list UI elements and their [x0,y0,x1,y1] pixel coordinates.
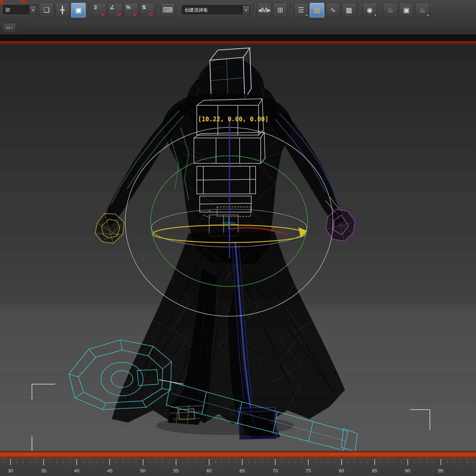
curve-editor-button[interactable]: ∿ [326,3,340,17]
schematic-view-icon: ▦ [346,6,352,14]
material-editor-icon: ◉ [367,6,373,14]
select-and-move-button[interactable]: ╋ [55,3,70,17]
3dsmax-window: 部▾❏╋▣3∪∠∪%∪⇅∪⌨创建选择集▾◂M▸⊞☰▾▤∿▦◉▾♨▣♨▾ ▭ ▾ [0,0,476,476]
flyout-arrow-icon: ▾ [374,14,376,17]
character-wireframe[interactable] [95,48,355,439]
combo-value: 部 [5,7,10,13]
chevron-down-icon[interactable]: ▾ [243,5,250,15]
magnet-icon: ∪ [117,11,121,17]
render-setup-button[interactable]: ♨ [383,3,398,17]
toolbar-separator [178,3,179,17]
spinner-snap-toggle-icon: ⇅ [142,4,146,10]
layer-explorer-toggle-icon: ▤ [314,6,320,14]
layout-tab-icon: ▭ [6,25,10,30]
main-toolbar-items: 部▾❏╋▣3∪∠∪%∪⇅∪⌨创建选择集▾◂M▸⊞☰▾▤∿▦◉▾♨▣♨▾ [1,3,430,17]
main-toolbar: 部▾❏╋▣3∪∠∪%∪⇅∪⌨创建选择集▾◂M▸⊞☰▾▤∿▦◉▾♨▣♨▾ [0,0,476,20]
time-slider-track[interactable] [0,451,476,458]
ui-artifact [20,0,27,3]
rendered-frame-window-button[interactable]: ▣ [399,3,414,17]
ruler-tick: 45 [109,459,110,465]
toolbar-separator [88,3,89,17]
mirror-icon: ◂M▸ [258,6,271,14]
keyboard-shortcut-override-icon: ⌨ [163,6,172,14]
rendered-frame-window-icon: ▣ [403,6,410,14]
percent-snap-toggle-button[interactable]: %∪ [124,3,138,17]
schematic-view-button[interactable]: ▦ [342,3,356,17]
align-icon: ⊞ [277,6,283,14]
ruler-tick: 65 [242,459,243,465]
layer-manager-icon: ☰ [298,6,304,14]
ruler-tick: 60 [209,459,209,465]
percent-snap-toggle-icon: % [126,4,130,10]
layer-explorer-toggle-button[interactable]: ▤ [310,3,324,17]
snap-toggle-3d-button[interactable]: 3∪ [92,3,106,17]
viewport-layout-tab[interactable]: ▭ ▾ [3,23,16,32]
angle-snap-toggle-button[interactable]: ∠∪ [108,3,122,17]
magnet-icon: ∪ [101,11,105,17]
left-hand-bone [95,213,124,243]
named-selection-sets-dropdown[interactable]: 创建选择集▾ [182,5,250,15]
layer-manager-button[interactable]: ☰▾ [294,3,308,17]
ruler-tick: 70 [275,459,276,465]
render-setup-icon: ♨ [387,6,393,14]
toolbar-separator [379,3,381,17]
ruler-tick: 85 [374,459,375,465]
toolbar-gap [0,34,476,41]
chevron-down-icon: ▾ [11,26,13,29]
timeline-ruler[interactable]: 3035404550556065707580859095 [0,458,476,476]
select-and-link-button[interactable]: ❏ [39,3,54,17]
secondary-toolbar: ▭ ▾ [0,20,476,34]
ruler-tick: 75 [308,459,309,465]
flyout-arrow-icon: ▾ [427,14,429,17]
combo-value: 创建选择集 [184,7,208,13]
magnet-icon: ∪ [133,11,137,17]
toolbar-separator [290,3,291,17]
angle-snap-toggle-icon: ∠ [110,4,115,10]
ui-artifact [0,0,4,4]
ruler-tick: 95 [440,459,441,465]
select-and-move-icon: ╋ [60,6,64,14]
render-production-button[interactable]: ♨▾ [415,3,430,17]
ruler-tick: 40 [76,459,77,465]
selection-filter-dropdown[interactable]: 部▾ [3,5,37,15]
curve-editor-icon: ∿ [330,6,336,14]
mirror-button[interactable]: ◂M▸ [257,3,272,17]
use-selection-center-icon: ▣ [75,6,82,14]
flyout-arrow-icon: ▾ [306,14,308,17]
toolbar-separator [253,3,255,17]
ruler-tick: 80 [341,459,342,465]
toolbar-separator [157,3,158,17]
ruler-tick: 35 [43,459,44,465]
transform-coordinate-readout: [10.22, 0.00, 0.00] [198,115,268,123]
render-production-icon: ♨ [419,6,425,14]
material-editor-button[interactable]: ◉▾ [362,3,377,17]
use-selection-center-button[interactable]: ▣ [71,3,86,17]
select-and-link-icon: ❏ [43,6,49,14]
spinner-snap-toggle-button[interactable]: ⇅∪ [140,3,154,17]
keyboard-shortcut-override-button[interactable]: ⌨ [160,3,175,17]
toolbar-separator [359,3,360,17]
chevron-down-icon[interactable]: ▾ [29,5,37,15]
snap-toggle-3d-icon: 3 [94,4,97,10]
ruler-tick: 30 [10,459,11,465]
magnet-icon: ∪ [149,11,152,17]
ruler-tick: 55 [176,459,176,465]
perspective-viewport[interactable]: [10.22, 0.00, 0.00] [0,44,476,451]
viewport-top-border [0,41,476,44]
ruler-tick: 50 [143,459,143,465]
align-button[interactable]: ⊞ [273,3,288,17]
ruler-tick: 90 [407,459,408,465]
ruler-minor-ticks [0,460,476,464]
